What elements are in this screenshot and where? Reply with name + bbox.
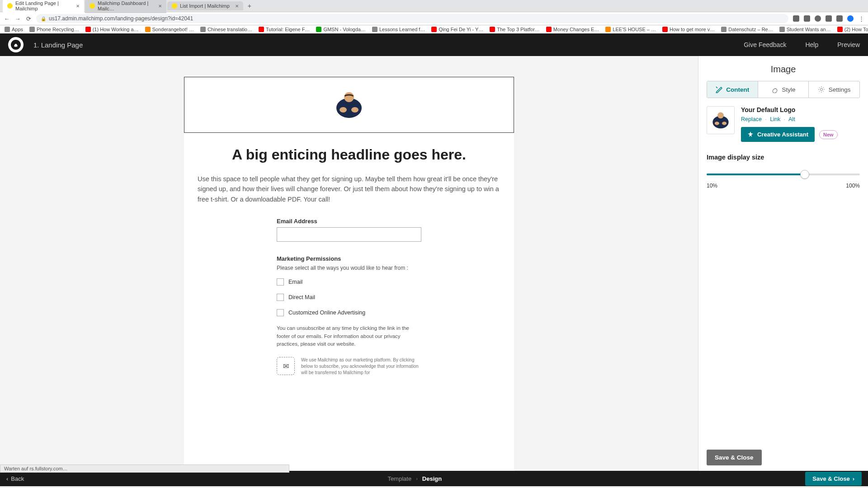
- checkbox-row[interactable]: Direct Mail: [277, 294, 421, 301]
- ext-icon[interactable]: [836, 15, 843, 22]
- bookmark[interactable]: Sonderangebot! …: [145, 27, 194, 32]
- bookmark[interactable]: The Top 3 Platfor…: [490, 27, 540, 32]
- bookmark[interactable]: (2) How To Add A…: [837, 27, 868, 32]
- bookmark[interactable]: Phone Recycling…: [29, 27, 79, 32]
- slider-thumb[interactable]: [800, 170, 809, 179]
- checkbox[interactable]: [277, 309, 284, 316]
- favicon-icon: [172, 3, 177, 9]
- close-icon[interactable]: ✕: [158, 4, 162, 9]
- panel-tabs: Content Style Settings: [707, 81, 860, 98]
- checkbox-row[interactable]: Customized Online Advertising: [277, 309, 421, 316]
- tab-label: Mailchimp Dashboard | Mailc…: [98, 0, 153, 11]
- new-badge: New: [819, 130, 838, 139]
- profile-icon[interactable]: [847, 15, 854, 22]
- reload-icon[interactable]: ⟳: [25, 15, 32, 22]
- mailchimp-logo-icon[interactable]: [8, 37, 24, 52]
- image-thumbnail[interactable]: [707, 106, 735, 134]
- browser-tab[interactable]: Edit Landing Page | Mailchimp ✕: [3, 0, 84, 13]
- tab-strip: Edit Landing Page | Mailchimp ✕ Mailchim…: [0, 0, 868, 12]
- tab-settings[interactable]: Settings: [809, 81, 859, 98]
- canvas-area[interactable]: A big enticing headline goes here. Use t…: [0, 56, 698, 471]
- bookmark[interactable]: Tutorial: Eigene F…: [259, 27, 310, 32]
- close-icon[interactable]: ✕: [235, 4, 239, 9]
- landing-page-canvas: A big enticing headline goes here. Use t…: [184, 77, 514, 471]
- menu-icon[interactable]: ⋮: [858, 15, 864, 22]
- svg-point-8: [715, 122, 719, 125]
- logo-block[interactable]: [184, 77, 514, 133]
- alt-link[interactable]: Alt: [788, 116, 795, 122]
- link-link[interactable]: Link: [770, 116, 780, 122]
- bookmark[interactable]: Datenschutz – Re…: [721, 27, 773, 32]
- give-feedback-link[interactable]: Give Feedback: [744, 41, 786, 48]
- headline-text[interactable]: A big enticing headline goes here.: [184, 142, 514, 174]
- bookmark[interactable]: Chinese translatio…: [200, 27, 252, 32]
- checkbox[interactable]: [277, 294, 284, 301]
- preview-link[interactable]: Preview: [837, 41, 860, 48]
- bookmark-icon: [431, 27, 437, 32]
- back-icon[interactable]: ←: [4, 15, 10, 22]
- permissions-subtitle: Please select all the ways you would lik…: [277, 265, 421, 271]
- ext-icon[interactable]: [804, 15, 810, 22]
- bookmark[interactable]: Money Changes E…: [546, 27, 599, 32]
- app-header: 1. Landing Page Give Feedback Help Previ…: [0, 33, 868, 56]
- svg-point-2: [344, 92, 354, 102]
- bookmark-icon: [85, 27, 91, 32]
- bookmark[interactable]: Qing Fei De Yi - Y…: [431, 27, 483, 32]
- browser-tab[interactable]: Mailchimp Dashboard | Mailc… ✕: [85, 0, 166, 13]
- image-title: Your Default Logo: [741, 106, 860, 113]
- slider-labels: 10% 100%: [707, 183, 860, 189]
- bookmark-icon: [372, 27, 377, 32]
- new-tab-button[interactable]: +: [244, 2, 255, 9]
- tab-label: List Import | Mailchimp: [180, 3, 230, 9]
- bookmark[interactable]: LEE'S HOUSE – …: [605, 27, 656, 32]
- bookmark-icon: [29, 27, 35, 32]
- size-slider[interactable]: [707, 169, 860, 180]
- email-input[interactable]: [277, 227, 421, 242]
- bookmark[interactable]: Student Wants an…: [779, 27, 831, 32]
- size-label: Image display size: [707, 154, 860, 161]
- panel-save-close-button[interactable]: Save & Close: [707, 450, 762, 465]
- url-text: us17.admin.mailchimp.com/landing-pages/d…: [49, 15, 193, 22]
- checkbox[interactable]: [277, 278, 284, 286]
- url-input[interactable]: 🔒 us17.admin.mailchimp.com/landing-pages…: [36, 14, 788, 23]
- chevron-left-icon: ‹: [6, 475, 8, 482]
- tab-style[interactable]: Style: [758, 81, 809, 98]
- crumb-design[interactable]: Design: [422, 475, 442, 482]
- extension-icons: ⋮: [793, 15, 864, 22]
- crumb-template[interactable]: Template: [387, 475, 411, 482]
- replace-link[interactable]: Replace: [741, 116, 762, 122]
- style-icon: [771, 86, 778, 93]
- bookmark[interactable]: Apps: [5, 27, 23, 32]
- permissions-title: Marketing Permissions: [277, 255, 421, 262]
- workspace: A big enticing headline goes here. Use t…: [0, 56, 868, 471]
- footer-save-close-button[interactable]: Save & Close ›: [805, 472, 862, 486]
- bookmark[interactable]: How to get more v…: [662, 27, 715, 32]
- bookmark-icon: [721, 27, 726, 32]
- checkbox-row[interactable]: Email: [277, 278, 421, 286]
- forward-icon[interactable]: →: [14, 15, 21, 22]
- sparkle-icon: [747, 131, 754, 138]
- bookmark[interactable]: (1) How Working a…: [85, 27, 139, 32]
- side-panel: Image Content Style Settings: [698, 56, 868, 471]
- browser-tab[interactable]: List Import | Mailchimp ✕: [167, 1, 243, 10]
- close-icon[interactable]: ✕: [76, 4, 80, 9]
- favicon-icon: [90, 3, 95, 9]
- body-text[interactable]: Use this space to tell people what they …: [184, 174, 514, 218]
- signup-form: Email Address Marketing Permissions Plea…: [184, 218, 514, 376]
- svg-point-3: [340, 107, 347, 113]
- bookmark-icon: [145, 27, 151, 32]
- tab-content[interactable]: Content: [707, 81, 758, 98]
- bookmark[interactable]: Lessons Learned f…: [372, 27, 425, 32]
- ext-icon[interactable]: [815, 15, 821, 22]
- help-link[interactable]: Help: [805, 41, 818, 48]
- apps-icon: [5, 27, 10, 32]
- badge-icon: ✉: [277, 357, 295, 375]
- back-button[interactable]: ‹ Back: [6, 475, 24, 482]
- checkbox-label: Direct Mail: [288, 294, 315, 300]
- ext-icon[interactable]: [826, 15, 832, 22]
- ext-icon[interactable]: [793, 15, 799, 22]
- creative-assistant-button[interactable]: Creative Assistant: [741, 127, 815, 142]
- bookmark[interactable]: GMSN - Vologda…: [316, 27, 366, 32]
- bookmark-icon: [662, 27, 668, 32]
- badge-text: We use Mailchimp as our marketing platfo…: [301, 357, 421, 376]
